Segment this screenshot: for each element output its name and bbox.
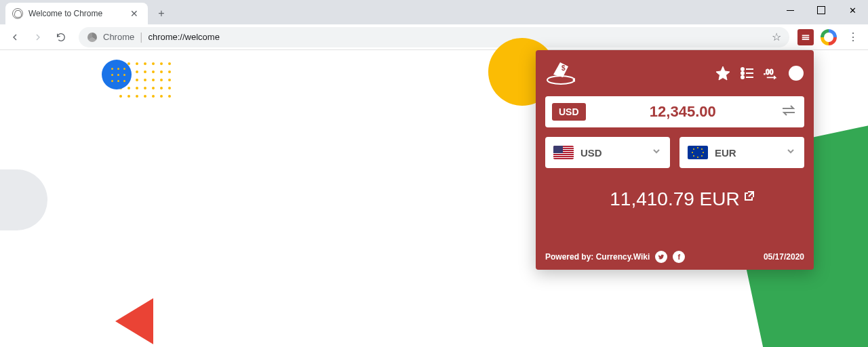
decoration-red-triangle (115, 298, 153, 344)
separator: | (140, 31, 142, 43)
source-currency-badge: USD (552, 103, 586, 121)
from-currency-select[interactable]: USD (545, 137, 670, 168)
amount-input-row: USD 12,345.00 (545, 96, 804, 127)
maximize-button[interactable] (806, 0, 837, 20)
to-currency-select[interactable]: EUR (679, 137, 804, 168)
globe-icon[interactable] (788, 65, 804, 81)
tab-title: Welcome to Chrome (28, 9, 122, 18)
toolbar: Chrome | chrome://welcome ☆ ⋮ (0, 24, 868, 50)
svg-point-2 (741, 68, 744, 70)
decoration-blue-circle (102, 60, 132, 89)
svg-point-6 (741, 76, 744, 79)
url-origin: Chrome (103, 32, 134, 42)
bookmark-star-icon[interactable]: ☆ (772, 30, 781, 43)
chevron-down-icon (785, 146, 796, 159)
url-path: chrome://welcome (148, 32, 219, 42)
new-tab-button[interactable]: + (152, 4, 171, 23)
chrome-icon (87, 32, 98, 43)
result-currency: EUR (700, 188, 740, 209)
profile-avatar[interactable] (821, 29, 837, 45)
from-currency-label: USD (580, 147, 644, 159)
powered-by-label: Powered by: Currency.Wiki (545, 252, 650, 262)
forward-button[interactable] (28, 28, 47, 47)
external-link-icon[interactable] (744, 184, 755, 206)
extension-button[interactable] (797, 29, 814, 45)
list-settings-icon[interactable] (739, 65, 755, 81)
to-currency-label: EUR (715, 147, 778, 159)
kebab-menu-icon[interactable]: ⋮ (844, 28, 863, 47)
back-button[interactable] (5, 28, 24, 47)
swap-button[interactable] (780, 104, 797, 120)
popup-toolbar: .00 (715, 65, 804, 81)
decimal-places-icon[interactable]: .00 (764, 65, 780, 81)
eu-flag-icon (688, 146, 708, 159)
svg-point-0 (547, 76, 574, 84)
date-label: 05/17/2020 (764, 252, 804, 262)
address-bar[interactable]: Chrome | chrome://welcome ☆ (79, 27, 789, 47)
result-value: 11,410.79 (610, 188, 694, 209)
popup-header: $ .00 (545, 60, 804, 87)
amount-input[interactable]: 12,345.00 (593, 103, 773, 121)
svg-point-4 (741, 72, 744, 75)
globe-icon (12, 8, 23, 19)
us-flag-icon (553, 146, 574, 159)
minimize-button[interactable] (774, 0, 806, 20)
window-controls (774, 0, 868, 20)
favorites-star-icon[interactable] (715, 65, 731, 81)
svg-text:.00: .00 (764, 68, 774, 76)
currency-converter-popup: $ .00 USD 12,345.00 USD (536, 50, 814, 270)
svg-text:$: $ (561, 64, 566, 72)
chevron-down-icon (651, 146, 662, 159)
reload-button[interactable] (52, 28, 71, 47)
popup-footer: Powered by: Currency.Wiki f 05/17/2020 (545, 251, 804, 263)
currency-logo-icon: $ (545, 60, 576, 87)
browser-tab[interactable]: Welcome to Chrome ✕ (5, 3, 148, 24)
conversion-result: 11,410.79 EUR (545, 188, 804, 210)
title-bar: Welcome to Chrome ✕ + (0, 0, 868, 24)
decoration-grey-blob (0, 169, 47, 230)
twitter-icon[interactable] (655, 251, 667, 263)
currency-selectors: USD EUR (545, 137, 804, 168)
tab-close-button[interactable]: ✕ (127, 7, 141, 20)
facebook-icon[interactable]: f (673, 251, 685, 263)
close-window-button[interactable] (837, 0, 868, 20)
